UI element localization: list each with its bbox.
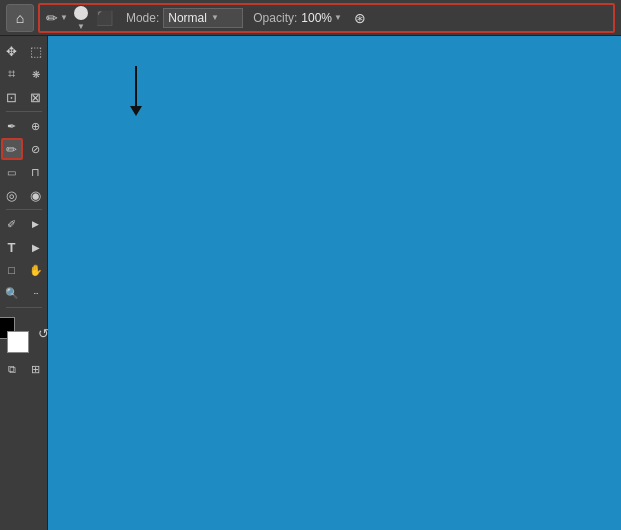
path-select-tool[interactable]: ▶ [25,213,47,235]
smudge-tool[interactable]: ◉ [25,184,47,206]
move-tool[interactable]: ✥ [1,40,23,62]
mode-label: Mode: [126,11,159,25]
more-tools[interactable]: ··· [25,282,47,304]
layer-icon[interactable]: ⧉ [1,358,23,380]
pressure-icon: ⊛ [354,10,366,26]
stamp-tool[interactable]: ⊘ [25,138,47,160]
mode-dropdown-arrow: ▼ [211,13,219,22]
left-toolbar: ✥ ⬚ ⌗ ❋ ⊡ ⊠ ✒ ⊕ ✏ ⊘ ▭ ⊓ ◎ [0,36,48,530]
paint-bucket-tool[interactable]: ⊓ [25,161,47,183]
separator-2 [6,209,42,210]
background-color[interactable] [7,331,29,353]
tool-row-7: ◎ ◉ [0,184,47,206]
pressure-button[interactable]: ⊛ [350,8,370,28]
tool-row-1: ✥ ⬚ [0,40,47,62]
magic-wand-tool[interactable]: ❋ [25,63,47,85]
canvas-area[interactable] [48,36,621,530]
opacity-label: Opacity: [253,11,297,25]
tool-row-10: □ ✋ [0,259,47,281]
opacity-value: 100% [301,11,332,25]
shape-tool[interactable]: ▶ [25,236,47,258]
tool-row-4: ✒ ⊕ [0,115,47,137]
opacity-dropdown-arrow: ▼ [334,13,342,22]
arrow-shaft [135,66,137,106]
brush-circle [74,6,88,20]
select-rect-tool[interactable]: ⬚ [25,40,47,62]
eyedropper-tool[interactable]: ✒ [1,115,23,137]
brush-preview [72,4,90,22]
brush-dropdown-arrow: ▼ [60,13,68,22]
main-area: ✥ ⬚ ⌗ ❋ ⊡ ⊠ ✒ ⊕ ✏ ⊘ ▭ ⊓ ◎ [0,36,621,530]
tool-row-3: ⊡ ⊠ [0,86,47,108]
brush-size-control[interactable]: ▼ [72,4,90,31]
eraser-tool[interactable]: ▭ [1,161,23,183]
home-button[interactable]: ⌂ [6,4,34,32]
pen-tool[interactable]: ✐ [1,213,23,235]
arrow-head [130,106,142,116]
separator-3 [6,307,42,308]
tool-row-2: ⌗ ❋ [0,63,47,85]
brush-tool-selector[interactable]: ✏ ▼ [46,10,68,26]
heal-tool[interactable]: ⊕ [25,115,47,137]
mode-dropdown[interactable]: Normal ▼ [163,8,243,28]
blur-tool[interactable]: ◎ [1,184,23,206]
tool-row-5: ✏ ⊘ [0,138,47,160]
tool-row-9: T ▶ [0,236,47,258]
tool-row-6: ▭ ⊓ [0,161,47,183]
top-bar: ⌂ ✏ ▼ ▼ ⬛ Mode: Normal ▼ Opacity: 100% ▼ [0,0,621,36]
lasso-tool[interactable]: ⌗ [1,63,23,85]
copy-icon[interactable]: ⊞ [25,358,47,380]
color-swatches [0,317,29,353]
home-icon: ⌂ [16,10,24,26]
mode-value: Normal [168,11,207,25]
arrow-annotation [130,66,142,116]
brush-size-arrow: ▼ [77,22,85,31]
rect-shape-tool[interactable]: □ [1,259,23,281]
opacity-control[interactable]: 100% ▼ [301,11,342,25]
tool-row-bottom: ⧉ ⊞ [0,358,47,380]
brush-icon: ✏ [46,10,58,26]
hand-tool[interactable]: ✋ [25,259,47,281]
tool-row-11: 🔍 ··· [0,282,47,304]
separator-1 [6,111,42,112]
text-tool[interactable]: T [1,236,23,258]
measure-tool[interactable]: ⊠ [25,86,47,108]
zoom-tool[interactable]: 🔍 [1,282,23,304]
brush-tool[interactable]: ✏ [1,138,23,160]
crop-tool[interactable]: ⊡ [1,86,23,108]
tool-row-8: ✐ ▶ [0,213,47,235]
toolbar-options-bar: ✏ ▼ ▼ ⬛ Mode: Normal ▼ Opacity: 100% ▼ ⊛ [38,3,615,33]
erase-mode-btn[interactable]: ⬛ [94,7,116,29]
